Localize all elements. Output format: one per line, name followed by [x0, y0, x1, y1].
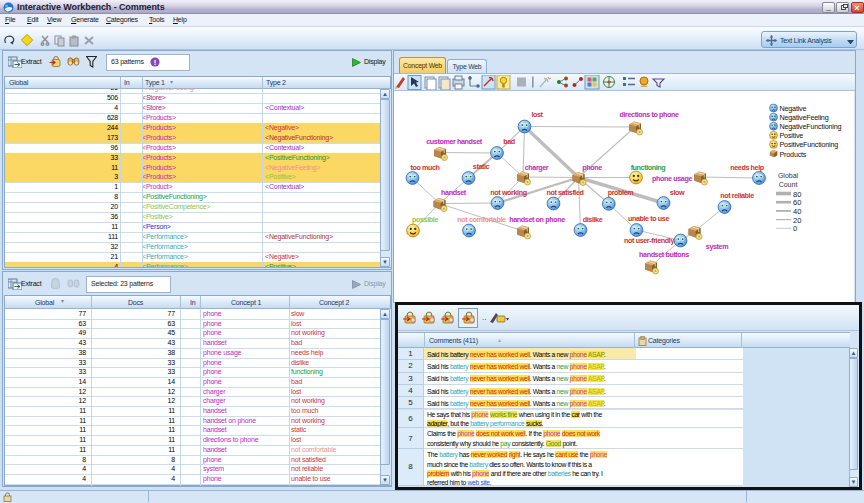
svg-text:Count: Count	[779, 181, 798, 188]
svg-text:phone: phone	[582, 163, 602, 172]
svg-text:60: 60	[793, 198, 801, 207]
svg-text:NegativeFeeling: NegativeFeeling	[780, 113, 829, 122]
svg-text:dislike: dislike	[583, 215, 603, 224]
svg-text:not reliable: not reliable	[720, 191, 754, 200]
svg-text:NegativeFunctioning: NegativeFunctioning	[780, 122, 842, 131]
svg-text:functioning: functioning	[631, 163, 666, 172]
svg-text:handset: handset	[441, 188, 467, 197]
svg-text:handset on phone: handset on phone	[509, 215, 565, 224]
svg-text:slow: slow	[670, 188, 685, 197]
svg-text:problem: problem	[608, 188, 634, 197]
svg-text:handset buttons: handset buttons	[639, 250, 689, 259]
svg-text:phone usage: phone usage	[652, 174, 692, 183]
svg-text:40: 40	[793, 207, 801, 216]
svg-text:charger: charger	[525, 163, 549, 172]
svg-text:not satisfied: not satisfied	[546, 188, 583, 197]
svg-text:20: 20	[793, 216, 801, 225]
svg-text:too much: too much	[410, 163, 439, 172]
svg-text:not user-friendly: not user-friendly	[624, 236, 674, 245]
svg-text:Negative: Negative	[780, 104, 807, 113]
svg-text:Global: Global	[778, 172, 799, 179]
svg-text:PositiveFunctioning: PositiveFunctioning	[780, 140, 839, 149]
svg-text:lost: lost	[531, 110, 543, 119]
svg-text:unable to use: unable to use	[628, 214, 670, 223]
svg-text:not working: not working	[490, 188, 526, 197]
svg-text:system: system	[706, 242, 728, 251]
svg-text:0: 0	[793, 224, 797, 233]
svg-text:static: static	[473, 162, 490, 171]
svg-text:not comfortable: not comfortable	[457, 215, 506, 224]
svg-text:bad: bad	[503, 137, 515, 146]
svg-text:customer handset: customer handset	[426, 137, 483, 146]
svg-text:!: !	[154, 58, 157, 67]
svg-text:80: 80	[793, 190, 801, 199]
svg-text:Products: Products	[780, 150, 807, 159]
svg-text:needs help: needs help	[730, 163, 765, 172]
svg-text:directions to phone: directions to phone	[619, 110, 678, 119]
svg-text:possible: possible	[412, 215, 438, 224]
svg-text:Positive: Positive	[780, 131, 804, 140]
